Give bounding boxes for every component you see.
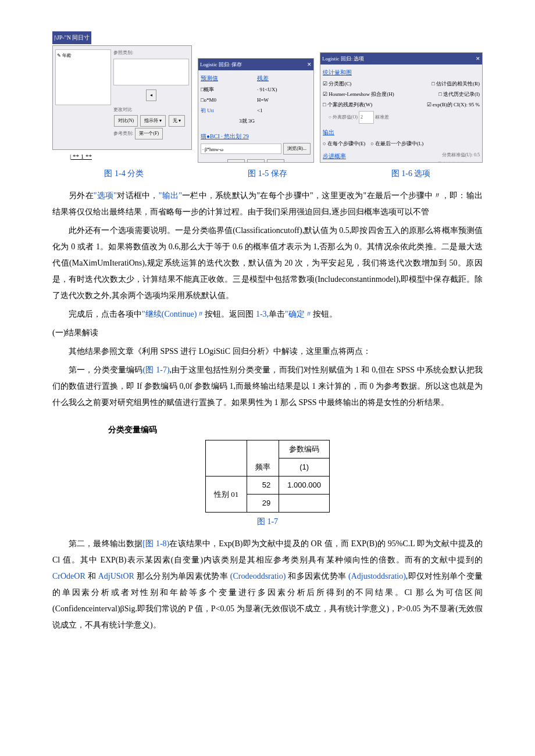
chk-classplot[interactable]: ☑ 分类图(C) [323,78,351,89]
paragraph-continue: 完成后，点击各项中"继续(Continue)〃按钮。返回图 1-3,单击"确定〃… [52,306,483,323]
chk-hosmer[interactable]: ☑ Hosmer-Lemeshow 拟合度(H) [323,89,394,99]
th-freq: 频率 [247,440,279,476]
table-title: 分类变量编码 [108,421,483,438]
link-adjustor: AdjUStOR [98,572,134,581]
th-param-sub: (1) [279,458,330,476]
chk-m0[interactable]: □o*M0 [201,95,255,105]
close-icon[interactable]: ✕ [307,59,312,70]
td-rowlabel: 性别 01 [205,476,247,513]
continue-button[interactable]: 继续 [227,159,245,163]
link-continue: "继续(Continue)〃 [142,310,205,318]
td-param1: 1.000.000 [279,476,330,495]
dialog1-titlebar: |\JP-"N 同日寸 [52,31,91,44]
max-iter: 最大迭代次数(M): 20 [437,160,480,163]
captions-row: 图 1-4 分类 图 1-5 保存 图 1-6 选项 [52,166,483,182]
dialog1-footer: | ** 1 ** [70,150,192,163]
arrow-button[interactable]: ◂ [146,89,156,101]
chk-lt1: <1 [257,105,311,116]
step-vals: 进入(N): 0.05 删除(V): 0.10 [323,162,377,163]
section-heading-results: (一)结果解读 [52,325,483,341]
chk-hw: H=W [257,95,311,105]
chk-resid[interactable]: □ 个案的残差列表(W) [323,99,372,110]
txt-3g: 3就 3G [201,116,255,126]
chk-expb[interactable]: ☑ exp(B)的 CI(X): 95 % [427,99,480,110]
dialog-save: Logistic 回归: 保存✕ 预测值 □概率 □o*M0 初 Utt 3就 … [198,58,314,163]
chk-91ux[interactable]: · 91<UX) [257,84,311,95]
list-item: ✎ 年龄 [57,53,72,58]
path-input[interactable]: · β*hmw-ω [201,144,281,154]
link-crodeodds: (Crodeoddsratio) [230,572,286,581]
group-resid: 残差 [257,73,311,84]
paragraph-ref: 其他结果参照文章《利用 SPSS 进行 LOgiStiC 回归分析》中解读，这里… [52,343,483,360]
ra-last[interactable]: ○ 在最后一个步骤中(L) [370,141,423,146]
ra-outlier[interactable]: ○ 外离群值(O) [329,114,358,120]
link-options: "选项" [94,191,117,200]
browse-button[interactable]: 浏览(B)... [283,143,311,155]
group-stats: 统计量和图 [323,67,480,78]
caption-1-5: 图 1-5 保存 [248,166,287,182]
class-cutoff: 分类标准值(U): 0.5 [437,151,480,160]
link-adjodds: (Adjustoddsratio) [348,572,406,581]
paragraph-options: 另外在"选项"对话框中，"输出"一栏中，系统默认为"在每个步骤中"，这里更改为"… [52,188,483,220]
caption-1-4: 图 1-4 分类 [104,166,144,182]
group-step: 步进概率 [323,151,377,162]
opt-indicator[interactable]: 指示符 ▾ [140,115,166,127]
td-freq2: 29 [247,495,279,513]
caption-1-7: 图 1-7 [52,514,483,530]
td-param2 [279,495,330,513]
paragraph-second: 第二，最终输出数据[图 1-8)在该结果中，Exp(B)即为文献中提及的 OR … [52,536,483,633]
opt-first[interactable]: 第一个(F) [135,128,163,139]
link-fig13: 1-3, [254,310,269,318]
td-freq1: 52 [247,476,279,495]
change-contrast-label: 更改对比 [113,105,189,114]
paragraph-cutoff: 此外还有一个选项需要说明。一是分类临界值(Classificationcutof… [52,223,483,304]
link-ok: "确定〃 [285,310,313,318]
group-output: 输出 [323,127,480,138]
mid-label: 猫●BCI · 悠出划 29 [201,131,311,142]
opt-none[interactable]: 无 ▾ [169,115,185,127]
group-predict: 预测值 [201,73,255,84]
help-button[interactable]: 帮助 [267,159,284,163]
chk-utt: 初 Utt [201,105,255,116]
caption-1-6: 图 1-6 选项 [391,166,431,182]
opt-contrast[interactable]: 对比(N) [114,115,138,127]
chk-prob[interactable]: □概率 [201,84,255,95]
dialog3-title: Logistic 回归: 选项 [322,53,365,64]
paragraph-first: 第一，分类变量编码(图 1-7),由于这里包括性别分类变量，而我们对性别赋值为 … [52,362,483,411]
ref-cat-label: 参考类别: [113,131,133,136]
link-fig18: [图 1-8) [142,539,169,548]
coding-table: 频率 参数编码 (1) 性别 01 52 1.000.000 29 [205,440,330,513]
dialog2-title: Logistic 回归: 保存 [200,59,242,70]
link-output: "输出" [159,191,182,200]
ra-each[interactable]: ○ 在每个步骤中(E) [323,141,365,146]
close-icon[interactable]: ✕ [476,53,480,64]
chk-iter[interactable]: □ 迭代历史记录(I) [438,89,480,99]
dialog-options: Logistic 回归: 选项✕ 统计量和图 ☑ 分类图(C)□ 估计值的相关性… [320,52,483,163]
link-crodeor: CrOdeOR [52,572,85,581]
link-fig17: (图 1-7) [143,366,170,374]
dialog-categorical: |\JP-"N 同日寸 ✎ 年龄 参照类别: ◂ 更改对比 对比(N) 指示符 … [52,29,192,163]
group-label: 参照类别: [113,48,189,58]
cancel-button[interactable]: 取消 [247,159,265,163]
dialogs-row: |\JP-"N 同日寸 ✎ 年龄 参照类别: ◂ 更改对比 对比(N) 指示符 … [52,29,483,163]
chk-corr[interactable]: □ 估计值的相关性(R) [431,78,480,89]
th-param: 参数编码 [279,440,330,458]
